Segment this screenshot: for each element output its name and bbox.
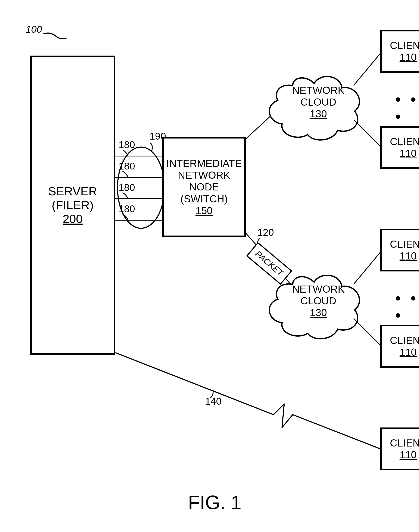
switch-label-3: NODE [166, 181, 242, 193]
packet-box: PACKET [246, 242, 292, 285]
cloud-ref-1: 130 [291, 108, 346, 120]
switch-label-1: INTERMEDIATE [166, 158, 242, 169]
client-label-1: CLIENT [390, 40, 419, 51]
link-ref-2: 180 [118, 160, 135, 172]
client-label-5: CLIENT [390, 437, 419, 449]
client-box-3: CLIENT 110 [380, 229, 419, 271]
ellipsis-1: • • • [395, 91, 419, 125]
direct-link-ref: 140 [205, 395, 222, 407]
system-ref-label: 100 [26, 24, 42, 35]
cloud-label-3: NETWORK [291, 283, 346, 295]
switch-label-4: (SWITCH) [166, 193, 242, 205]
client-box-5: CLIENT 110 [380, 427, 419, 470]
svg-line-7 [354, 53, 380, 85]
cloud-upper-text: NETWORK CLOUD 130 [291, 84, 346, 120]
client-ref-5: 110 [390, 449, 419, 461]
figure-label: FIG. 1 [188, 492, 241, 514]
cloud-ref-2: 130 [291, 307, 346, 319]
cloud-label-2: CLOUD [291, 96, 346, 108]
client-ref-2: 110 [390, 147, 419, 159]
cloud-lower-text: NETWORK CLOUD 130 [291, 283, 346, 319]
ellipsis-2: • • • [395, 290, 419, 324]
svg-line-10 [354, 319, 380, 345]
client-ref-1: 110 [390, 51, 419, 63]
svg-line-9 [354, 252, 380, 284]
switch-box: INTERMEDIATE NETWORK NODE (SWITCH) 150 [162, 137, 246, 237]
link-ref-3: 180 [118, 182, 135, 193]
client-label-4: CLIENT [390, 334, 419, 346]
packet-ref: 120 [258, 226, 274, 238]
svg-line-8 [354, 120, 380, 146]
server-ref: 200 [48, 212, 97, 226]
server-sublabel: (FILER) [48, 198, 97, 212]
client-label-2: CLIENT [390, 136, 419, 147]
client-ref-3: 110 [390, 250, 419, 262]
server-label: SERVER [48, 185, 97, 198]
link-ref-1: 180 [118, 139, 135, 150]
link-ref-4: 180 [118, 203, 135, 215]
server-box: SERVER (FILER) 200 [30, 55, 115, 355]
client-ref-4: 110 [390, 346, 419, 358]
client-box-2: CLIENT 110 [380, 126, 419, 169]
svg-line-5 [246, 94, 294, 139]
client-label-3: CLIENT [390, 238, 419, 250]
switch-ref: 150 [166, 205, 242, 216]
client-box-4: CLIENT 110 [380, 325, 419, 368]
switch-label-2: NETWORK [166, 169, 242, 181]
diagram-canvas: 100 SERVER (FILER) 200 180 180 180 180 1… [0, 0, 419, 532]
cloud-label-4: CLOUD [291, 295, 346, 307]
cloud-label-1: NETWORK [291, 84, 346, 96]
client-box-1: CLIENT 110 [380, 30, 419, 73]
packet-label: PACKET [253, 249, 285, 278]
